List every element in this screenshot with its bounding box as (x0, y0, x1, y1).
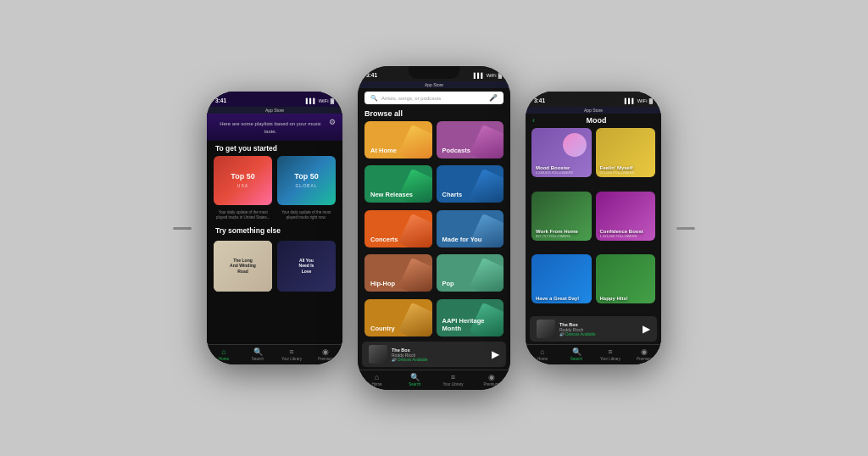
search-bar[interactable]: 🔍 Artists, songs, or podcasts 🎤 (364, 92, 504, 104)
top50-usa-card[interactable]: Top 50 USA (214, 156, 272, 205)
left-status-time: 3:41 (215, 97, 226, 103)
right-mini-player-devices: 🔊 Devices Available (559, 332, 638, 336)
usa-desc: Your daily update of the most played tra… (214, 210, 273, 220)
center-mini-player[interactable]: The Box Roddy Ricch 🔊 Devices Available … (362, 342, 506, 367)
right-signal-icon: ▌▌▌ (625, 98, 636, 103)
feelin-myself-label: Feelin' Myself 671,056 FOLLOWERS (600, 165, 652, 175)
right-mini-player-thumb (537, 320, 555, 338)
center-nav-premium[interactable]: ◉ Premium (472, 373, 510, 386)
browse-new-releases[interactable]: New Releases (364, 165, 432, 203)
center-search-icon: 🔍 (410, 373, 420, 381)
right-search-icon: 🔍 (572, 348, 581, 356)
search-placeholder: Artists, songs, or podcasts (381, 96, 486, 101)
mini-player-thumb (369, 345, 387, 364)
nav-search[interactable]: 🔍 Search (241, 348, 275, 361)
happy-hits-card[interactable]: Happy Hits! (596, 254, 656, 303)
center-signal-icon: ▌▌▌ (474, 73, 485, 78)
to-get-started-title: To get you started (207, 141, 342, 156)
left-header-text: Here are some playlists based on your mu… (215, 120, 334, 136)
browse-grid: At Home Podcasts New Releases Charts (358, 121, 510, 339)
beatles-card[interactable]: The LongAnd WindingRoad (214, 241, 272, 292)
right-appstore-bar: App Store (526, 107, 661, 114)
center-wifi-icon: WiFi (487, 73, 497, 78)
right-phone: 3:41 ▌▌▌ WiFi ▓ App Store ‹ Mood (526, 92, 661, 364)
left-status-icons: ▌▌▌ WiFi ▓ (306, 98, 334, 103)
nav-premium[interactable]: ◉ Premium (309, 348, 342, 361)
home-icon: ⌂ (221, 348, 225, 356)
global-desc: Your daily update of the most played tra… (277, 210, 337, 220)
right-status-time: 3:41 (534, 97, 545, 103)
library-icon: ≡ (289, 348, 293, 356)
have-great-day-card[interactable]: Have a Great Day! (531, 254, 592, 303)
music-cards-row: The LongAnd WindingRoad All YouNeed IsLo… (207, 238, 342, 292)
country-label: Country (370, 325, 395, 332)
gear-icon[interactable]: ⚙ (329, 118, 336, 126)
confidence-boost-label: Confidence Boost 1,353,808 FOLLOWERS (600, 229, 652, 238)
center-nav-home[interactable]: ⌂ Home (358, 373, 396, 386)
browse-country[interactable]: Country (364, 299, 432, 336)
center-premium-icon: ◉ (488, 373, 495, 381)
right-nav-library[interactable]: ≡ Your Library (593, 348, 627, 361)
center-bottom-nav: ⌂ Home 🔍 Search ≡ Your Library ◉ Premium (358, 370, 510, 390)
center-battery-icon: ▓ (498, 73, 502, 78)
try-something-title: Try something else (207, 223, 342, 238)
right-battery-icon: ▓ (649, 98, 653, 103)
right-dash (676, 227, 695, 230)
happy-hits-label: Happy Hits! (600, 296, 652, 301)
signal-icon: ▌▌▌ (306, 98, 317, 103)
right-play-button[interactable]: ▶ (643, 323, 650, 335)
wifi-icon: WiFi (319, 98, 329, 103)
concerts-label: Concerts (370, 236, 398, 243)
right-status-icons: ▌▌▌ WiFi ▓ (625, 98, 653, 103)
browse-made-for-you[interactable]: Made for You (437, 210, 504, 247)
browse-pop[interactable]: Pop (437, 254, 504, 292)
center-appstore-bar: App Store (358, 81, 510, 88)
premium-icon: ◉ (322, 348, 329, 356)
right-home-icon: ⌂ (540, 348, 544, 356)
right-nav-search[interactable]: 🔍 Search (559, 348, 593, 361)
podcasts-label: Podcasts (442, 147, 470, 154)
right-nav-premium[interactable]: ◉ Premium (627, 348, 661, 361)
browse-podcasts[interactable]: Podcasts (437, 121, 504, 158)
back-arrow-icon[interactable]: ‹ (532, 116, 535, 125)
have-great-day-label: Have a Great Day! (536, 296, 587, 301)
top50-global-sub: GLOBAL (295, 183, 317, 188)
search-bar-icon: 🔍 (370, 95, 378, 102)
top50-row: Top 50 USA Top 50 GLOBAL (207, 156, 342, 210)
pop-label: Pop (442, 280, 454, 287)
left-dash (173, 227, 192, 230)
work-from-home-card[interactable]: Work From Home 897,757 FOLLOWERS (531, 192, 592, 241)
mic-icon[interactable]: 🎤 (489, 94, 498, 102)
browse-hip-hop[interactable]: Hip-Hop (364, 254, 432, 292)
top50-global-label: Top 50 (294, 173, 318, 181)
left-phone: 3:41 ▌▌▌ WiFi ▓ App Store ⚙ Here are som… (207, 92, 342, 364)
center-status-icons: ▌▌▌ WiFi ▓ (474, 73, 502, 78)
right-mini-player[interactable]: The Box Roddy Ricch 🔊 Devices Available … (530, 316, 657, 342)
work-from-home-label: Work From Home 897,757 FOLLOWERS (536, 229, 587, 238)
browse-at-home[interactable]: At Home (364, 121, 432, 158)
mood-booster-card[interactable]: Mood Booster 5,348,855 FOLLOWERS (531, 128, 592, 177)
browse-concerts[interactable]: Concerts (364, 210, 432, 247)
nav-library[interactable]: ≡ Your Library (275, 348, 309, 361)
center-phone: 3:41 ▌▌▌ WiFi ▓ App Store 🔍 Artists, son… (358, 66, 510, 390)
play-button[interactable]: ▶ (492, 348, 499, 360)
charts-label: Charts (442, 191, 463, 198)
browse-aapi[interactable]: AAPI Heritage Month (437, 299, 504, 336)
right-wifi-icon: WiFi (637, 98, 648, 103)
center-nav-library[interactable]: ≡ Your Library (434, 373, 472, 386)
new-releases-label: New Releases (370, 191, 413, 198)
aapi-label: AAPI Heritage Month (442, 317, 498, 332)
right-library-icon: ≡ (608, 348, 612, 356)
top50-global-card[interactable]: Top 50 GLOBAL (277, 156, 336, 205)
feelin-myself-card[interactable]: Feelin' Myself 671,056 FOLLOWERS (596, 128, 656, 177)
center-home-icon: ⌂ (375, 373, 379, 381)
nav-home[interactable]: ⌂ Home (207, 348, 241, 361)
confidence-boost-card[interactable]: Confidence Boost 1,353,808 FOLLOWERS (596, 192, 656, 241)
right-nav-home[interactable]: ⌂ Home (526, 348, 559, 361)
mood-booster-label: Mood Booster 5,348,855 FOLLOWERS (536, 165, 587, 175)
top50-usa-label: Top 50 (231, 173, 254, 181)
all-you-need-card[interactable]: All YouNeed IsLove (277, 241, 336, 292)
search-bar-container: 🔍 Artists, songs, or podcasts 🎤 (358, 88, 510, 107)
center-nav-search[interactable]: 🔍 Search (396, 373, 434, 386)
browse-charts[interactable]: Charts (437, 165, 504, 203)
